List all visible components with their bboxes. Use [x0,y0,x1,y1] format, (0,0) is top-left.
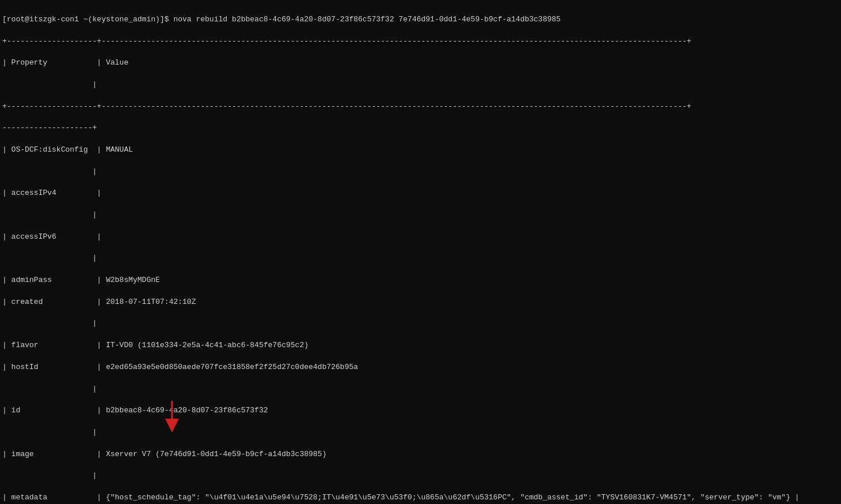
row-accessipv6-spacer: | [2,253,839,264]
row-hostid: | hostId | e2ed65a93e5e0d850aede707fce31… [2,362,839,373]
row-id-spacer: | [2,427,839,438]
row-diskconfig-spacer: | [2,167,839,178]
row-accessipv4: | accessIPv4 | [2,188,839,199]
row-flavor: | flavor | IT-VD0 (1101e334-2e5a-4c41-ab… [2,340,839,351]
row-hostid-spacer: | [2,384,839,395]
table-header: | Property | Value [2,58,839,69]
divider-2: +--------------------+------------------… [2,101,839,112]
row-metadata: | metadata | {"host_schedule_tag": "\u4f… [2,492,839,503]
row-created: | created | 2018-07-11T07:42:10Z [2,297,839,308]
divider-1: +--------------------+------------------… [2,36,839,47]
row-id: | id | b2bbeac8-4c69-4a20-8d07-23f86c573… [2,405,839,416]
row-diskconfig: | OS-DCF:diskConfig | MANUAL [2,145,839,156]
row-accessipv4-spacer: | [2,210,839,221]
command-line: [root@itszgk-con1 ~(keystone_admin)]$ no… [2,14,839,25]
header-spacer: | [2,80,839,91]
row-image-spacer: | [2,471,839,482]
row-adminpass: | adminPass | W2b8sMyMDGnE [2,275,839,286]
divider-3: --------------------+ [2,123,839,134]
row-created-spacer: | [2,318,839,329]
row-accessipv6: | accessIPv6 | [2,232,839,243]
terminal-output: [root@itszgk-con1 ~(keystone_admin)]$ no… [0,0,841,504]
row-image: | image | Xserver V7 (7e746d91-0dd1-4e59… [2,449,839,460]
